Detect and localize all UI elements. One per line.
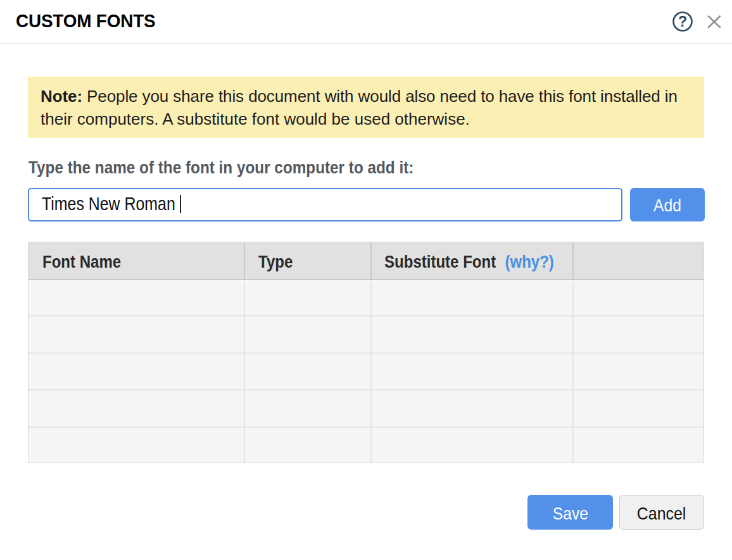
svg-text:?: ? <box>678 13 687 30</box>
